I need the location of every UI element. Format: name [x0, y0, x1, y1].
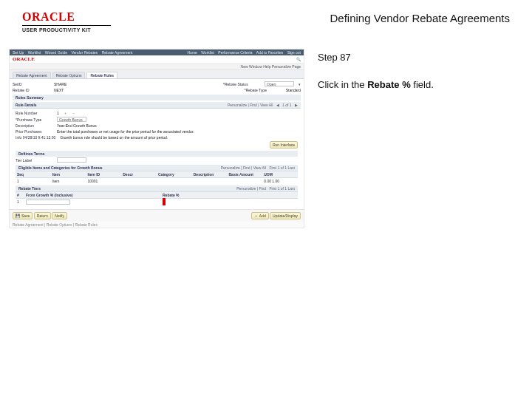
items-header-row: Seq Item Item ID Descr Category Descript… — [16, 171, 298, 178]
prior-purchases-text: Enter the total purchases or net usage f… — [57, 129, 298, 134]
cell — [192, 178, 228, 184]
step-number: Step 87 — [318, 52, 510, 63]
prior-purchases-label: Prior Purchases — [16, 129, 52, 134]
rebate-percent-field-highlight[interactable] — [163, 198, 166, 205]
rules-summary-title: Rules Summary — [16, 95, 44, 100]
add-label: Add — [259, 214, 266, 218]
tier-label: Tier Label — [16, 158, 52, 163]
page-header: ORACLE USER PRODUCTIVITY KIT Defining Ve… — [0, 0, 532, 37]
col-descr: Descr — [121, 171, 157, 177]
oracle-logo: ORACLE — [22, 10, 111, 24]
setid-value: SHARE — [54, 82, 66, 86]
plus-icon[interactable]: ＋ — [64, 111, 67, 115]
items-section: Eligible Items and Categories for Growth… — [16, 165, 298, 171]
save-label: Save — [21, 214, 30, 218]
col-basis: Basis Amount — [228, 171, 263, 177]
window-links: New Window Help Personalize Page — [10, 64, 304, 70]
chevron-down-icon[interactable]: ▾ — [299, 82, 301, 86]
cell — [228, 178, 263, 184]
rule-number-label: Rule Number — [16, 111, 52, 115]
nav-link[interactable]: Home — [188, 50, 197, 55]
main-panel: SetID SHARE *Rebate Status Open ▾ Rebate… — [10, 78, 304, 209]
nav-link[interactable]: Sign out — [287, 50, 301, 55]
pager-text: 1 of 1 — [282, 103, 292, 107]
app-screenshot: Set Up Worklist Wizard Guide Vendor Reba… — [9, 49, 304, 228]
update-label: Update/Display — [273, 214, 298, 218]
nav-item[interactable]: Vendor Rebates — [71, 50, 98, 55]
footer-breadcrumb: Rebate Agreement | Rebate Options | Reba… — [10, 222, 304, 228]
nav-link[interactable]: Performance Criteria — [218, 50, 252, 55]
status-label: *Rebate Status — [223, 82, 260, 86]
col-seq: Seq — [16, 171, 51, 177]
save-icon: 💾 — [16, 214, 20, 218]
return-button[interactable]: Return — [34, 212, 51, 219]
search-icon[interactable]: 🔍 — [296, 57, 301, 61]
pager-icon[interactable]: ◀ — [276, 103, 279, 107]
col-uom: UOM — [262, 171, 298, 177]
nav-item[interactable]: Rebate Agreement — [102, 50, 133, 55]
screenshot-column: Set Up Worklist Wizard Guide Vendor Reba… — [9, 49, 304, 228]
nav-link[interactable]: Worklist — [201, 50, 214, 55]
instr-post: field. — [411, 79, 434, 90]
page-title: Defining Vendor Rebate Agreements — [330, 12, 511, 24]
items-data-row: 1 Item 10001 0.00 1.00 — [16, 178, 298, 184]
purchase-type-label: *Purchase Type — [16, 117, 52, 122]
tier-input[interactable] — [57, 157, 86, 163]
instr-bold: Rebate % — [367, 79, 411, 90]
rebate-pct-cell — [161, 199, 298, 206]
pager-icon[interactable]: ▶ — [295, 103, 298, 107]
nav-item[interactable]: Wizard Guide — [45, 50, 67, 55]
rebateid-label: Rebate ID — [13, 88, 50, 92]
save-button[interactable]: 💾Save — [13, 212, 33, 219]
cell: 0.00 1.00 — [262, 178, 298, 184]
tab-rebate-options[interactable]: Rebate Options — [52, 72, 86, 78]
return-label: Return — [37, 214, 48, 218]
info-id: Info 04/28/10 9:41:13.00 — [16, 135, 55, 140]
col-num: # — [16, 192, 24, 198]
setid-label: SetID — [13, 82, 50, 86]
col-item: Item — [51, 171, 86, 177]
cell-select[interactable]: Item — [51, 178, 86, 184]
nav-item[interactable]: Worklist — [28, 50, 41, 55]
col-category: Category — [157, 171, 192, 177]
nav-item[interactable]: Set Up — [13, 50, 24, 55]
update-display-button[interactable]: Update/Display — [270, 212, 301, 219]
type-value: Standard — [286, 88, 301, 92]
tab-rebate-agreement[interactable]: Rebate Agreement — [13, 72, 51, 78]
rules-summary-section[interactable]: Rules Summary — [13, 95, 301, 100]
status-select[interactable]: Open — [265, 81, 294, 86]
cell-input[interactable]: 10001 — [86, 178, 122, 184]
action-button-row: 💾Save Return Notify ＋Add Update/Display — [10, 209, 304, 222]
cell: 1 — [16, 199, 24, 206]
add-button[interactable]: ＋Add — [251, 212, 269, 219]
brand-row: ORACLE 🔍 — [10, 55, 304, 64]
tiers-data-row: 1 — [16, 199, 298, 206]
oracle-small-logo: ORACLE — [13, 56, 35, 62]
tiers-title: Rebate Tiers — [18, 186, 41, 191]
col-rebate-pct: Rebate % — [161, 192, 298, 198]
tab-rebate-rules[interactable]: Rebate Rules — [86, 72, 117, 78]
find-link[interactable]: Personalize | Find | View All — [228, 103, 273, 107]
instruction-column: Step 87 Click in the Rebate % field. — [318, 49, 510, 228]
minus-icon[interactable]: － — [72, 111, 75, 115]
notify-button[interactable]: Notify — [52, 212, 67, 219]
items-find-link[interactable]: Personalize | Find | View All — [221, 166, 266, 170]
description-value: Year-End Growth Bonus — [57, 123, 97, 128]
content-row: Set Up Worklist Wizard Guide Vendor Reba… — [0, 37, 532, 228]
col-description: Description — [192, 171, 228, 177]
topnav-right: Home Worklist Performance Criteria Add t… — [185, 50, 301, 55]
purchase-type-select[interactable]: Growth Bonus — [57, 117, 86, 122]
run-interface-button[interactable]: Run Interface — [270, 141, 298, 149]
rebateid-value: NEXT — [54, 88, 64, 92]
tiers-find-link[interactable]: Personalize | Find — [236, 186, 266, 191]
cell: 1 — [16, 178, 51, 184]
from-growth-input[interactable] — [24, 199, 161, 206]
tiers-count: First 1 of 1 Last — [270, 186, 295, 191]
items-count: First 1 of 1 Last — [270, 166, 295, 170]
nav-link[interactable]: Add to Favorites — [256, 50, 283, 55]
plus-icon: ＋ — [254, 214, 258, 218]
topnav-left: Set Up Worklist Wizard Guide Vendor Reba… — [13, 50, 135, 55]
rule-details-section: Rule Details Personalize | Find | View A… — [13, 102, 301, 108]
tab-bar: Rebate Agreement Rebate Options Rebate R… — [10, 70, 304, 78]
logo-rule — [22, 25, 111, 26]
